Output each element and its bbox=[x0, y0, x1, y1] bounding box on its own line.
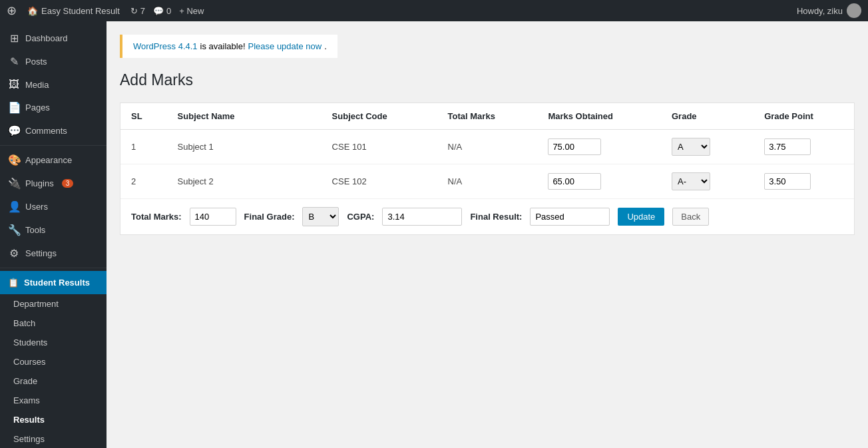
sidebar-item-media[interactable]: 🖼 Media bbox=[0, 73, 107, 96]
appearance-icon: 🎨 bbox=[8, 154, 20, 166]
sidebar-item-posts[interactable]: ✎ Posts bbox=[0, 50, 107, 73]
page-title: Add Marks bbox=[120, 71, 855, 89]
cell-grade-1: A A- B+ B B- C+ C D F bbox=[661, 130, 754, 164]
updates-icon: ↻ bbox=[130, 6, 138, 16]
marks-footer: Total Marks: Final Grade: A A- B+ B B- C… bbox=[120, 199, 854, 234]
settings-icon: ⚙ bbox=[8, 247, 20, 260]
grade-point-input-2[interactable] bbox=[764, 173, 811, 190]
total-marks-input[interactable] bbox=[190, 208, 236, 226]
cell-obtained-1 bbox=[537, 130, 661, 164]
sidebar-item-comments[interactable]: 💬 Comments bbox=[0, 119, 107, 142]
sidebar-sub-item-results[interactable]: Results bbox=[0, 410, 107, 429]
update-notice: WordPress 4.4.1 is available! Please upd… bbox=[120, 35, 337, 58]
back-button[interactable]: Back bbox=[672, 208, 709, 226]
grade-point-input-1[interactable] bbox=[764, 138, 811, 155]
update-button[interactable]: Update bbox=[618, 208, 664, 226]
student-results-icon: 📋 bbox=[8, 278, 19, 288]
new-item[interactable]: + New bbox=[179, 6, 204, 16]
final-grade-select[interactable]: A A- B+ B B- C+ C D F bbox=[302, 207, 339, 226]
cell-sl-1: 1 bbox=[120, 130, 167, 164]
cell-total-2: N/A bbox=[437, 164, 538, 199]
header-grade-point: Grade Point bbox=[754, 103, 854, 130]
adminbar-items: ↻ 7 💬 0 + New bbox=[130, 6, 204, 16]
cell-grade-2: A A- B+ B B- C+ C D F bbox=[661, 164, 754, 199]
sidebar-item-plugins[interactable]: 🔌 Plugins 3 bbox=[0, 172, 107, 195]
main-content: WordPress 4.4.1 is available! Please upd… bbox=[107, 21, 868, 448]
user-avatar bbox=[847, 3, 861, 18]
sidebar-sub-item-students[interactable]: Students bbox=[0, 333, 107, 352]
cell-grade-point-2 bbox=[754, 164, 854, 199]
cell-subject-1: Subject 1 bbox=[167, 130, 322, 164]
comments-sidebar-icon: 💬 bbox=[8, 124, 20, 137]
cgpa-input[interactable] bbox=[382, 208, 462, 226]
grade-select-1[interactable]: A A- B+ B B- C+ C D F bbox=[672, 138, 710, 156]
admin-bar: ⊕ 🏠 Easy Student Result ↻ 7 💬 0 + New Ho… bbox=[0, 0, 868, 21]
dashboard-icon: ⊞ bbox=[8, 32, 20, 45]
sidebar-sub-item-courses[interactable]: Courses bbox=[0, 352, 107, 371]
header-code: Subject Code bbox=[322, 103, 437, 130]
sidebar-item-appearance[interactable]: 🎨 Appearance bbox=[0, 148, 107, 172]
header-sl: SL bbox=[120, 103, 167, 130]
pages-icon: 📄 bbox=[8, 101, 20, 114]
cgpa-label: CGPA: bbox=[347, 212, 374, 222]
marks-obtained-input-2[interactable] bbox=[548, 173, 601, 190]
site-name[interactable]: 🏠 Easy Student Result bbox=[27, 6, 120, 16]
home-icon: 🏠 bbox=[27, 6, 38, 16]
sidebar-item-settings[interactable]: ⚙ Settings bbox=[0, 242, 107, 265]
final-grade-label: Final Grade: bbox=[244, 212, 295, 222]
sidebar-item-users[interactable]: 👤 Users bbox=[0, 195, 107, 218]
cell-sl-2: 2 bbox=[120, 164, 167, 199]
sidebar-appearance-section: 🎨 Appearance 🔌 Plugins 3 👤 Users 🔧 Tools… bbox=[0, 145, 107, 265]
final-result-label: Final Result: bbox=[470, 212, 522, 222]
header-obtained: Marks Obtained bbox=[537, 103, 661, 130]
plugins-badge: 3 bbox=[62, 179, 74, 188]
sidebar-sub-item-grade[interactable]: Grade bbox=[0, 371, 107, 391]
sidebar-sub-item-exams[interactable]: Exams bbox=[0, 391, 107, 410]
header-grade: Grade bbox=[661, 103, 754, 130]
student-results-section: 📋 Student Results Department Batch Stude… bbox=[0, 268, 107, 448]
marks-obtained-input-1[interactable] bbox=[548, 138, 601, 155]
comments-item[interactable]: 💬 0 bbox=[153, 6, 171, 16]
cell-obtained-2 bbox=[537, 164, 661, 199]
total-marks-label: Total Marks: bbox=[131, 212, 182, 222]
posts-icon: ✎ bbox=[8, 55, 20, 68]
grade-select-2[interactable]: A A- B+ B B- C+ C D F bbox=[672, 172, 710, 190]
student-results-header[interactable]: 📋 Student Results bbox=[0, 271, 107, 294]
cell-grade-point-1 bbox=[754, 130, 854, 164]
table-row: 1 Subject 1 CSE 101 N/A A A- B+ bbox=[120, 130, 854, 164]
cell-code-1: CSE 101 bbox=[322, 130, 437, 164]
update-now-link[interactable]: Please update now bbox=[248, 41, 322, 51]
comments-icon: 💬 bbox=[153, 6, 164, 16]
wp-version-link[interactable]: WordPress 4.4.1 bbox=[133, 41, 198, 51]
media-icon: 🖼 bbox=[8, 79, 20, 91]
users-icon: 👤 bbox=[8, 200, 20, 213]
marks-card: SL Subject Name Subject Code Total Marks… bbox=[120, 103, 855, 235]
sidebar-sub-item-settings[interactable]: Settings bbox=[0, 429, 107, 448]
header-total: Total Marks bbox=[437, 103, 538, 130]
header-subject: Subject Name bbox=[167, 103, 322, 130]
sidebar-item-dashboard[interactable]: ⊞ Dashboard bbox=[0, 27, 107, 50]
cell-subject-2: Subject 2 bbox=[167, 164, 322, 199]
sidebar-sub-item-batch[interactable]: Batch bbox=[0, 314, 107, 333]
howdy-section: Howdy, ziku bbox=[797, 3, 861, 18]
final-result-input[interactable] bbox=[530, 208, 610, 226]
sidebar-item-tools[interactable]: 🔧 Tools bbox=[0, 218, 107, 242]
marks-table: SL Subject Name Subject Code Total Marks… bbox=[120, 103, 854, 199]
cell-code-2: CSE 102 bbox=[322, 164, 437, 199]
sidebar: ⊞ Dashboard ✎ Posts 🖼 Media 📄 Pages 💬 Co… bbox=[0, 21, 107, 448]
wp-logo-icon[interactable]: ⊕ bbox=[7, 3, 17, 18]
sidebar-item-pages[interactable]: 📄 Pages bbox=[0, 96, 107, 119]
updates-item[interactable]: ↻ 7 bbox=[130, 6, 145, 16]
sidebar-sub-item-department[interactable]: Department bbox=[0, 294, 107, 314]
plugins-icon: 🔌 bbox=[8, 177, 20, 190]
cell-total-1: N/A bbox=[437, 130, 538, 164]
tools-icon: 🔧 bbox=[8, 224, 20, 236]
table-row: 2 Subject 2 CSE 102 N/A A A- B+ bbox=[120, 164, 854, 199]
